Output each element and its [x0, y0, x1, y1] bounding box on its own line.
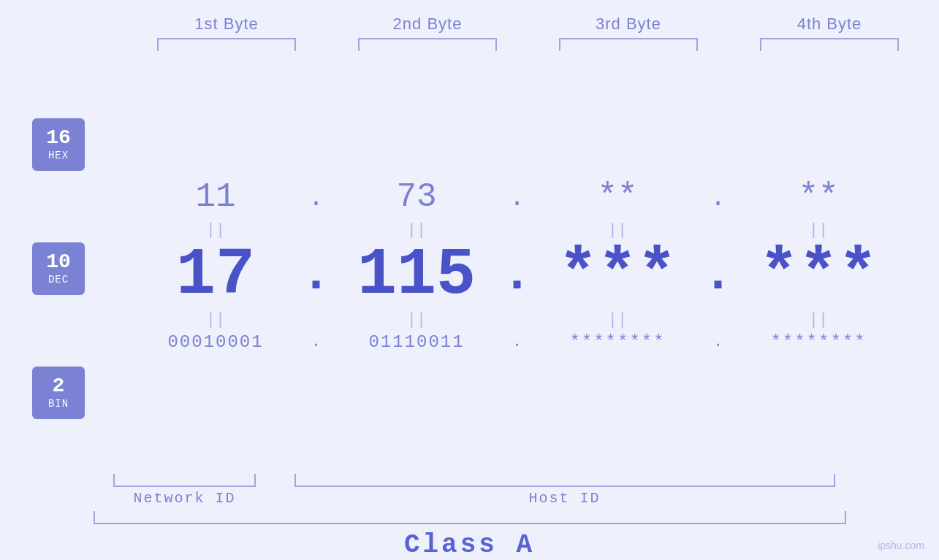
host-bracket-line [294, 474, 835, 487]
eq1-b2: || [336, 221, 497, 239]
dec-b1: 17 [135, 242, 296, 308]
eq2-b1: || [135, 311, 296, 329]
hex-b2: 73 [336, 177, 497, 218]
byte-headers: 1st Byte 2nd Byte 3rd Byte 4th Byte [0, 15, 939, 34]
dec-dot1: . [296, 246, 336, 304]
hex-badge: 16 HEX [32, 118, 85, 171]
eq1-b3: || [537, 221, 698, 239]
section-labels: Network ID Host ID [90, 490, 850, 507]
bin-b1: 00010001 [135, 332, 296, 352]
class-a-label: Class A [0, 530, 939, 560]
byte4-header: 4th Byte [729, 15, 930, 34]
dec-dot3: . [698, 246, 738, 304]
bracket1 [157, 38, 296, 51]
eq-row-2: || || || || [117, 311, 917, 329]
dec-badge: 10 DEC [32, 242, 85, 295]
badges-column: 16 HEX 10 DEC 2 BIN [0, 75, 117, 455]
class-a-bracket [94, 511, 846, 524]
dec-dot2: . [497, 246, 537, 304]
bin-dot2: . [497, 333, 537, 351]
bin-row: 00010001 . 01110011 . ******** . *******… [117, 332, 917, 352]
hex-b4: ** [738, 177, 899, 218]
bracket4 [760, 38, 899, 51]
hex-badge-num: 16 [46, 127, 71, 150]
bracket3 [559, 38, 698, 51]
dec-badge-label: DEC [48, 274, 69, 285]
dec-row: 17 . 115 . *** . *** [117, 242, 917, 308]
hex-b3: ** [537, 177, 698, 218]
eq1-b1: || [135, 221, 296, 239]
host-id-label: Host ID [280, 490, 850, 507]
bin-badge-num: 2 [53, 375, 65, 398]
top-brackets [0, 38, 939, 51]
bin-badge-label: BIN [48, 398, 69, 410]
bracket2 [358, 38, 497, 51]
bin-b2: 01110011 [336, 332, 497, 352]
watermark: ipshu.com [878, 540, 924, 551]
byte1-header: 1st Byte [126, 15, 327, 34]
bin-b3: ******** [537, 332, 698, 352]
bin-badge: 2 BIN [32, 367, 85, 419]
eq1-b4: || [738, 221, 899, 239]
host-bracket-section [280, 474, 850, 487]
hex-row: 11 . 73 . ** . ** [117, 177, 917, 218]
class-a-bracket-container [90, 507, 850, 524]
section-brackets [90, 474, 850, 487]
hex-badge-label: HEX [48, 150, 69, 161]
network-id-label: Network ID [90, 490, 280, 507]
dec-b4: *** [738, 242, 899, 308]
dec-badge-num: 10 [46, 251, 71, 274]
hex-dot3: . [698, 183, 738, 213]
data-grid: 11 . 73 . ** . ** || || || || 17 [117, 177, 939, 351]
dec-b2: 115 [336, 242, 497, 308]
bin-dot1: . [296, 333, 336, 351]
byte3-header: 3rd Byte [528, 15, 729, 34]
net-bracket-section [90, 474, 280, 487]
hex-dot2: . [497, 183, 537, 213]
net-bracket-line [113, 474, 256, 487]
eq2-b3: || [537, 311, 698, 329]
dec-b3: *** [537, 242, 698, 308]
bin-dot3: . [698, 333, 738, 351]
eq2-b2: || [336, 311, 497, 329]
hex-dot1: . [296, 183, 336, 213]
bin-b4: ******** [738, 332, 899, 352]
eq-row-1: || || || || [117, 221, 917, 239]
hex-b1: 11 [135, 177, 296, 218]
byte2-header: 2nd Byte [327, 15, 528, 34]
eq2-b4: || [738, 311, 899, 329]
main-container: 1st Byte 2nd Byte 3rd Byte 4th Byte 16 H… [0, 0, 939, 560]
